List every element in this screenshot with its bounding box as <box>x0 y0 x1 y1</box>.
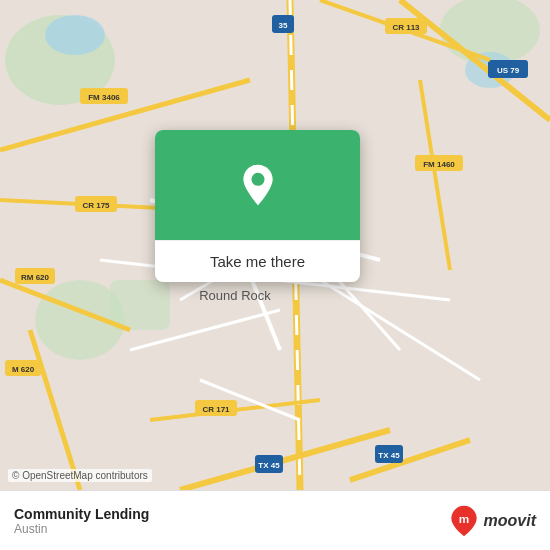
svg-text:m: m <box>458 511 468 524</box>
svg-text:CR 171: CR 171 <box>202 405 230 414</box>
moovit-pin-icon: m <box>448 505 480 537</box>
location-pin-icon <box>236 163 280 207</box>
map-container[interactable]: 35 US 79 TX 45 TX 45 FM 3406 CR 113 FM 1… <box>0 0 550 490</box>
svg-rect-4 <box>110 280 170 330</box>
moovit-logo[interactable]: m moovit <box>448 505 536 537</box>
svg-text:US 79: US 79 <box>497 66 520 75</box>
svg-point-31 <box>251 173 264 186</box>
svg-text:FM 3406: FM 3406 <box>88 93 120 102</box>
svg-text:TX 45: TX 45 <box>258 461 280 470</box>
osm-attribution: © OpenStreetMap contributors <box>8 469 152 482</box>
location-info: Community Lending Austin <box>14 506 149 536</box>
location-city: Austin <box>14 522 149 536</box>
svg-text:TX 45: TX 45 <box>378 451 400 460</box>
popup-header <box>155 130 360 240</box>
moovit-text: moovit <box>484 512 536 530</box>
svg-text:35: 35 <box>279 21 288 30</box>
bottom-bar: Community Lending Austin m moovit <box>0 490 550 550</box>
svg-text:CR 175: CR 175 <box>82 201 110 210</box>
svg-text:M 620: M 620 <box>12 365 35 374</box>
popup-card[interactable]: Take me there <box>155 130 360 282</box>
svg-point-5 <box>45 15 105 55</box>
svg-text:RM 620: RM 620 <box>21 273 50 282</box>
location-name: Community Lending <box>14 506 149 522</box>
take-me-there-button[interactable]: Take me there <box>155 240 360 282</box>
svg-text:Round Rock: Round Rock <box>199 288 271 303</box>
svg-text:CR 113: CR 113 <box>392 23 420 32</box>
svg-text:FM 1460: FM 1460 <box>423 160 455 169</box>
